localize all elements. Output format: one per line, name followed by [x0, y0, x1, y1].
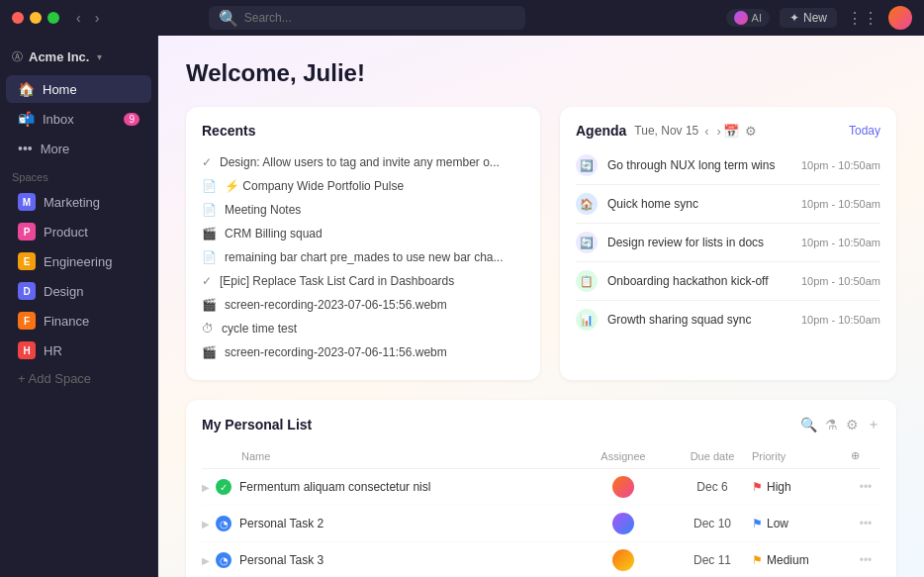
assignee-avatar	[612, 513, 634, 534]
sidebar-item-hr[interactable]: H HR	[6, 337, 151, 364]
task-status-done[interactable]: ✓	[216, 479, 231, 495]
task-status-in-progress[interactable]: ◔	[216, 552, 231, 568]
sidebar-item-label: Home	[43, 82, 77, 97]
task-status-in-progress[interactable]: ◔	[216, 516, 231, 531]
sidebar-item-inbox[interactable]: 📬 Inbox 9	[6, 105, 151, 133]
sidebar-item-label: Inbox	[43, 112, 74, 127]
agenda-today-button[interactable]: Today	[849, 124, 880, 138]
sidebar-item-finance[interactable]: F Finance	[6, 307, 151, 335]
agenda-title: Agenda	[576, 123, 626, 139]
sidebar-item-engineering[interactable]: E Engineering	[6, 247, 151, 275]
main-content: Welcome, Julie! Recents ✓ Design: Allow …	[158, 36, 924, 577]
task-priority: ⚑ Medium	[752, 553, 851, 567]
list-actions: 🔍 ⚗ ⚙ ＋	[800, 416, 880, 433]
search-tasks-button[interactable]: 🔍	[800, 417, 817, 433]
table-row[interactable]: ▶ ◔ Personal Task 2 Dec 10 ⚑ Low •••	[202, 506, 880, 542]
task-name: Fermentum aliquam consectetur nisl	[239, 480, 574, 494]
recent-item-text: remaining bar chart pre_mades to use new…	[225, 250, 503, 264]
filter-button[interactable]: ⚗	[825, 417, 838, 433]
table-row[interactable]: ▶ ✓ Fermentum aliquam consectetur nisl D…	[202, 469, 880, 506]
list-item[interactable]: 🎬 screen-recording-2023-07-06-11:56.webm	[202, 340, 524, 364]
event-name: Quick home sync	[607, 197, 791, 211]
sidebar-item-more[interactable]: ••• More	[6, 135, 151, 162]
event-name: Onboarding hackathon kick-off	[607, 274, 791, 288]
search-bar[interactable]: 🔍	[209, 6, 525, 30]
close-button[interactable]	[12, 12, 24, 24]
back-button[interactable]: ‹	[71, 8, 86, 28]
list-item[interactable]: ✓ [Epic] Replace Task List Card in Dashb…	[202, 269, 524, 293]
add-space-button[interactable]: + Add Space	[6, 366, 151, 391]
table-row[interactable]: ▶ ◔ Personal Task 3 Dec 11 ⚑ Medium •••	[202, 542, 880, 577]
space-label: Product	[44, 225, 88, 240]
priority-flag-icon: ⚑	[752, 480, 763, 494]
agenda-icons: 📅 ⚙	[723, 124, 757, 139]
expand-icon[interactable]: ▶	[202, 482, 210, 493]
new-button[interactable]: ✦ New	[780, 8, 837, 28]
event-name: Design review for lists in docs	[607, 236, 791, 249]
workspace-name: Acme Inc.	[29, 49, 89, 64]
column-header-name: Name	[202, 450, 574, 462]
settings-button[interactable]: ⚙	[846, 417, 859, 433]
user-avatar[interactable]	[888, 6, 912, 30]
sidebar-item-home[interactable]: 🏠 Home	[6, 75, 151, 103]
agenda-event[interactable]: 🔄 Go through NUX long term wins 10pm - 1…	[576, 146, 880, 185]
list-item[interactable]: 📄 Meeting Notes	[202, 198, 524, 222]
minimize-button[interactable]	[30, 12, 42, 24]
titlebar-right: AI ✦ New ⋮⋮	[726, 6, 912, 30]
video-icon: 🎬	[202, 227, 217, 240]
event-time: 10pm - 10:50am	[801, 237, 880, 248]
column-header-assignee: Assignee	[574, 450, 673, 462]
task-more-button[interactable]: •••	[851, 553, 880, 567]
product-icon: P	[18, 223, 36, 240]
agenda-settings-icon[interactable]: ⚙	[745, 124, 757, 139]
design-icon: D	[18, 282, 36, 300]
agenda-event[interactable]: 🏠 Quick home sync 10pm - 10:50am	[576, 185, 880, 224]
event-icon: 🔄	[576, 232, 598, 253]
maximize-button[interactable]	[47, 12, 59, 24]
spaces-section-label: Spaces	[0, 163, 157, 187]
workspace-switcher[interactable]: Ⓐ Acme Inc. ▾	[0, 44, 157, 70]
sidebar-item-design[interactable]: D Design	[6, 277, 151, 305]
grid-icon[interactable]: ⋮⋮	[847, 9, 878, 28]
agenda-calendar-icon[interactable]: 📅	[723, 124, 739, 139]
list-item[interactable]: 📄 ⚡ Company Wide Portfolio Pulse	[202, 174, 524, 198]
more-icon: •••	[18, 141, 33, 156]
event-icon: 📊	[576, 309, 598, 331]
list-item[interactable]: ✓ Design: Allow users to tag and invite …	[202, 150, 524, 174]
list-title: My Personal List	[202, 417, 312, 433]
agenda-next-button[interactable]: ›	[715, 124, 723, 139]
priority-label: High	[767, 480, 791, 494]
ai-badge[interactable]: AI	[726, 9, 770, 27]
search-input[interactable]	[244, 11, 515, 25]
recents-card: Recents ✓ Design: Allow users to tag and…	[186, 107, 540, 380]
sidebar-item-product[interactable]: P Product	[6, 218, 151, 245]
list-item[interactable]: ⏱ cycle time test	[202, 317, 524, 340]
agenda-prev-button[interactable]: ‹	[702, 124, 710, 139]
app-body: Ⓐ Acme Inc. ▾ 🏠 Home 📬 Inbox 9 ••• More …	[0, 36, 924, 577]
list-item[interactable]: 🎬 screen-recording-2023-07-06-15:56.webm	[202, 293, 524, 317]
recent-item-text: CRM Billing squad	[225, 227, 323, 240]
recent-item-text: [Epic] Replace Task List Card in Dashboa…	[220, 274, 454, 288]
task-more-button[interactable]: •••	[851, 517, 880, 530]
agenda-date: Tue, Nov 15	[634, 124, 698, 138]
hr-icon: H	[18, 341, 36, 359]
agenda-event[interactable]: 🔄 Design review for lists in docs 10pm -…	[576, 224, 880, 262]
list-header: My Personal List 🔍 ⚗ ⚙ ＋	[202, 416, 880, 433]
space-label: HR	[44, 343, 62, 358]
list-item[interactable]: 📄 remaining bar chart pre_mades to use n…	[202, 245, 524, 269]
event-time: 10pm - 10:50am	[801, 314, 880, 326]
list-item[interactable]: 🎬 CRM Billing squad	[202, 222, 524, 245]
search-icon: 🔍	[219, 9, 238, 28]
column-header-due: Due date	[673, 450, 752, 462]
expand-icon[interactable]: ▶	[202, 555, 210, 566]
add-column-button[interactable]: ＋	[867, 416, 880, 433]
sidebar-item-marketing[interactable]: M Marketing	[6, 188, 151, 216]
task-icon: ✓	[202, 155, 212, 169]
agenda-event[interactable]: 📊 Growth sharing squad sync 10pm - 10:50…	[576, 301, 880, 338]
agenda-event[interactable]: 📋 Onboarding hackathon kick-off 10pm - 1…	[576, 262, 880, 301]
forward-button[interactable]: ›	[90, 8, 105, 28]
expand-icon[interactable]: ▶	[202, 519, 210, 529]
task-more-button[interactable]: •••	[851, 480, 880, 494]
priority-flag-icon: ⚑	[752, 517, 763, 530]
recents-title: Recents	[202, 123, 524, 139]
